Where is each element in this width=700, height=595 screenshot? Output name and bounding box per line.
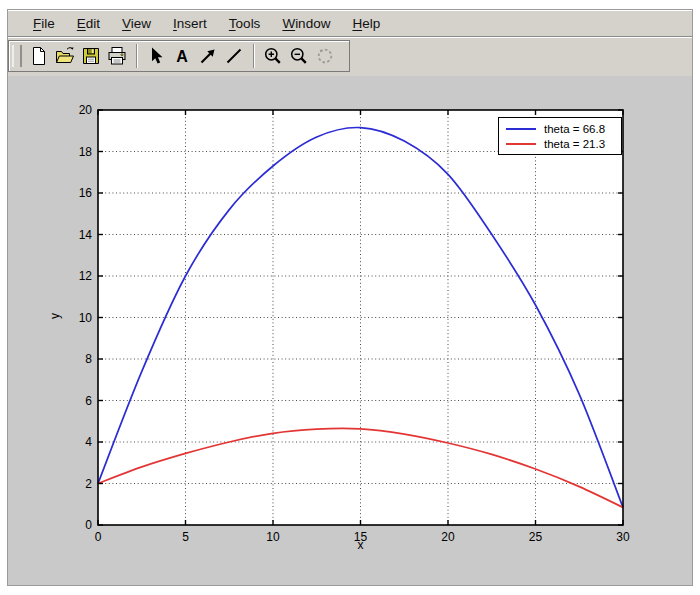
menu-view[interactable]: View (111, 16, 162, 31)
legend[interactable]: theta = 66.8 theta = 21.3 (498, 117, 622, 155)
window-inner: FileEditViewInsertToolsWindowHelp A 0510… (8, 10, 692, 585)
add-arrow-button[interactable] (195, 43, 221, 69)
zoom-in-icon (263, 46, 283, 66)
x-tick-label: 25 (529, 530, 543, 544)
line-icon (224, 46, 244, 66)
y-tick-label: 10 (79, 311, 93, 325)
save-icon (81, 46, 101, 66)
arrow-cursor-icon (146, 46, 166, 66)
text-icon: A (172, 46, 192, 66)
x-tick-label: 20 (441, 530, 455, 544)
y-tick-label: 18 (79, 145, 93, 159)
svg-text:A: A (176, 48, 188, 65)
y-tick-label: 2 (85, 477, 92, 491)
new-document-icon (29, 46, 49, 66)
toolbar-separator (136, 44, 137, 68)
zoom-out-icon (289, 46, 309, 66)
y-tick-label: 16 (79, 186, 93, 200)
toolbar-separator (253, 44, 254, 68)
menu-edit[interactable]: Edit (66, 16, 111, 31)
toolbar-grip[interactable] (12, 45, 22, 67)
x-tick-label: 30 (616, 530, 630, 544)
print-icon (107, 46, 127, 66)
menu-insert[interactable]: Insert (162, 16, 218, 31)
ne-arrow-icon (198, 46, 218, 66)
x-axis-label: x (338, 538, 383, 552)
y-tick-label: 14 (79, 228, 93, 242)
toolbar: A (8, 37, 692, 76)
add-text-button[interactable]: A (169, 43, 195, 69)
open-folder-icon (55, 46, 75, 66)
menu-bar: FileEditViewInsertToolsWindowHelp (8, 10, 692, 37)
print-figure-button[interactable] (104, 43, 130, 69)
figure-window: FileEditViewInsertToolsWindowHelp A 0510… (0, 0, 700, 595)
menu-help[interactable]: Help (341, 16, 391, 31)
legend-line-series1 (506, 128, 536, 130)
legend-line-series2 (506, 143, 536, 145)
legend-label-series1: theta = 66.8 (544, 123, 605, 135)
legend-entry: theta = 21.3 (499, 136, 621, 151)
new-figure-button[interactable] (26, 43, 52, 69)
add-line-button[interactable] (221, 43, 247, 69)
legend-label-series2: theta = 21.3 (544, 138, 605, 150)
rotate-icon (315, 46, 335, 66)
y-tick-label: 4 (85, 435, 92, 449)
y-axis-label: y (48, 313, 62, 319)
toolbar-panel: A (8, 40, 350, 72)
x-tick-label: 5 (182, 530, 189, 544)
x-tick-label: 0 (95, 530, 102, 544)
y-tick-label: 6 (85, 394, 92, 408)
zoom-in-button[interactable] (260, 43, 286, 69)
menu-window[interactable]: Window (271, 16, 341, 31)
zoom-out-button[interactable] (286, 43, 312, 69)
select-cursor-button[interactable] (143, 43, 169, 69)
plot-background (98, 110, 623, 525)
save-figure-button[interactable] (78, 43, 104, 69)
rotate-3d-button[interactable] (312, 43, 338, 69)
y-tick-label: 12 (79, 269, 93, 283)
open-file-button[interactable] (52, 43, 78, 69)
legend-entry: theta = 66.8 (499, 121, 621, 136)
y-tick-label: 20 (79, 103, 93, 117)
y-tick-label: 0 (85, 518, 92, 532)
menu-file[interactable]: File (22, 16, 66, 31)
menu-tools[interactable]: Tools (218, 16, 272, 31)
figure-canvas: 05101520253002468101214161820 x y theta … (8, 76, 692, 585)
y-tick-label: 8 (85, 352, 92, 366)
x-tick-label: 10 (266, 530, 280, 544)
